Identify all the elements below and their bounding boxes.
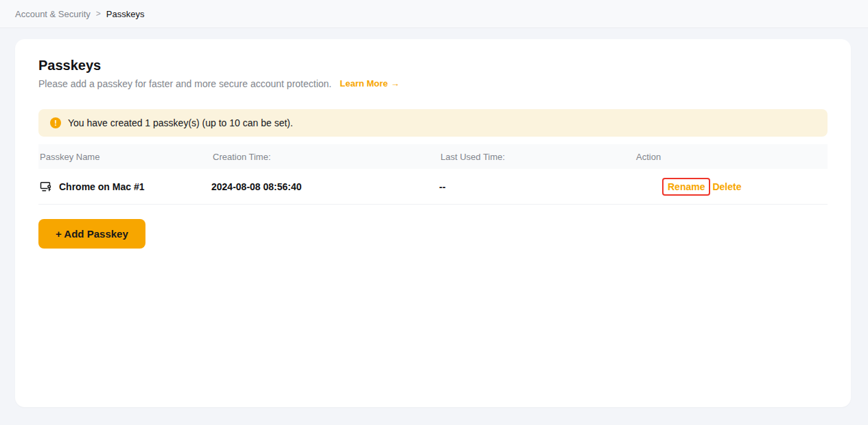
column-header-creation-time: Creation Time: (211, 152, 439, 162)
page-description-row: Please add a passkey for faster and more… (38, 78, 828, 90)
column-header-last-used-time: Last Used Time: (439, 152, 635, 162)
column-header-action: Action (635, 152, 828, 162)
passkey-name-cell: Chrome on Mac #1 (38, 180, 211, 194)
last-used-time-cell: -- (439, 181, 635, 192)
breadcrumb-account-security[interactable]: Account & Security (15, 9, 91, 19)
passkeys-table: Passkey Name Creation Time: Last Used Ti… (38, 144, 828, 205)
rename-button[interactable]: Rename (668, 181, 705, 192)
info-exclamation-icon: ! (50, 117, 61, 128)
add-passkey-button[interactable]: + Add Passkey (38, 219, 145, 249)
passkeys-card: Passkeys Please add a passkey for faster… (15, 39, 851, 407)
creation-time-cell: 2024-08-08 08:56:40 (211, 181, 439, 192)
table-header-row: Passkey Name Creation Time: Last Used Ti… (38, 144, 828, 169)
passkey-device-icon (39, 180, 53, 194)
annotation-highlight-box: Rename (662, 178, 710, 196)
breadcrumb: Account & Security > Passkeys (0, 0, 868, 28)
breadcrumb-separator-icon: > (96, 9, 101, 19)
delete-button[interactable]: Delete (712, 181, 741, 192)
passkey-count-notice: ! You have created 1 passkey(s) (up to 1… (38, 109, 828, 137)
learn-more-link[interactable]: Learn More → (340, 78, 399, 90)
page-title: Passkeys (38, 56, 828, 74)
table-row: Chrome on Mac #1 2024-08-08 08:56:40 -- … (38, 169, 828, 205)
breadcrumb-current-passkeys: Passkeys (106, 9, 145, 19)
page-description: Please add a passkey for faster and more… (38, 78, 331, 90)
column-header-passkey-name: Passkey Name (38, 152, 211, 162)
learn-more-label: Learn More (340, 78, 388, 90)
arrow-right-icon: → (390, 78, 399, 90)
passkey-name: Chrome on Mac #1 (59, 181, 144, 192)
notice-text: You have created 1 passkey(s) (up to 10 … (68, 117, 293, 128)
actions-cell: Rename Delete (635, 178, 828, 196)
